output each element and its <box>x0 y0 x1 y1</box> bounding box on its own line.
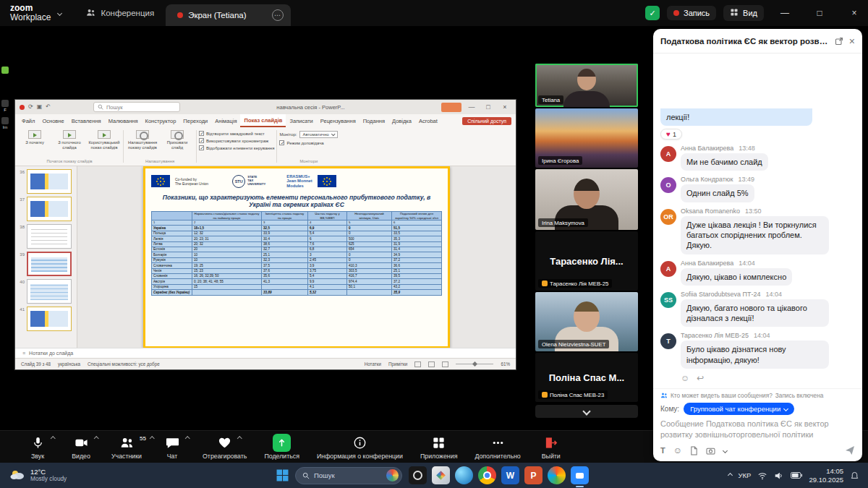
chevron-up-icon[interactable] <box>150 436 154 440</box>
comments-button[interactable]: Примітки <box>388 361 407 367</box>
ppt-maximize-button[interactable]: □ <box>482 103 495 111</box>
powerpoint-icon[interactable]: P <box>524 466 542 484</box>
maximize-button[interactable]: □ <box>806 0 833 26</box>
autosave-icon[interactable]: ⟳ <box>28 104 33 110</box>
add-reaction-icon[interactable]: ☺ <box>681 374 689 382</box>
ppt-minimize-button[interactable]: — <box>465 103 478 111</box>
ppt-ribbon-tab-5[interactable]: Конструктор <box>142 114 180 127</box>
ppt-close-button[interactable]: × <box>498 103 511 111</box>
ppt-option-checkbox-3[interactable]: Відображати елементи керування <box>199 145 274 150</box>
participant-tile[interactable]: Irina Maksymova <box>535 169 638 230</box>
collapse-videos-button[interactable] <box>535 405 638 418</box>
notes-button[interactable]: Нотатки <box>365 361 381 367</box>
photos-icon[interactable] <box>432 466 450 484</box>
slide-thumbnail[interactable] <box>27 307 72 331</box>
language-switcher[interactable]: УКР <box>739 471 752 479</box>
participant-tile[interactable]: Tetiana <box>535 64 638 107</box>
participant-tile[interactable]: Ірина Єгорова <box>535 108 638 168</box>
slideshow-setup-button-1[interactable]: Налаштування показу слайдів <box>126 129 159 150</box>
ppt-titlebar-accent-button[interactable] <box>441 103 461 112</box>
ppt-option-checkbox-1[interactable]: Відтворити закадровий текст <box>199 131 265 136</box>
close-button[interactable]: × <box>841 0 868 26</box>
slide-thumbnail[interactable] <box>27 169 72 194</box>
ppt-ribbon-tab-4[interactable]: Малювання <box>105 114 142 127</box>
toolbar-button-chat[interactable]: Чат <box>159 434 185 460</box>
emoji-icon[interactable]: ☺ <box>673 446 682 455</box>
language-indicator[interactable]: українська <box>58 361 80 367</box>
participant-tile[interactable]: Тарасенко Лія...Тарасенко Лія МЕВ-25 <box>535 231 638 291</box>
ppt-ribbon-tab-2[interactable]: Основне <box>38 114 67 127</box>
recording-indicator[interactable]: Запись <box>667 6 716 20</box>
view-button[interactable]: Вид <box>723 5 764 21</box>
desktop-icon[interactable]: Im <box>1 117 9 129</box>
ppt-ribbon-tab-6[interactable]: Переходи <box>179 114 211 127</box>
toolbar-button-apps[interactable]: Приложения <box>420 434 457 460</box>
hidden-icons-chevron[interactable] <box>728 473 733 478</box>
ppt-ribbon-tab-1[interactable]: Файл <box>18 114 38 127</box>
start-slideshow-button-3[interactable]: Користувацький показ слайдів <box>88 129 121 150</box>
send-icon[interactable] <box>845 445 855 455</box>
participant-tile[interactable]: Olena Nieizviestna-SUET <box>535 292 638 351</box>
normal-view-icon[interactable] <box>414 361 421 367</box>
slideshow-setup-button-2[interactable]: Приховати слайд <box>161 129 194 150</box>
ppt-ribbon-tab-12[interactable]: Довідка <box>388 114 415 127</box>
taskbar-search[interactable]: Пошук <box>295 467 402 484</box>
edge-icon[interactable] <box>455 466 473 484</box>
participant-tile[interactable]: Поліна Спас М...Поліна Спас МЕВ-23 <box>535 353 638 402</box>
toolbar-button-heart[interactable]: Отреагировать <box>203 434 247 460</box>
slide-thumbnail[interactable] <box>27 197 72 221</box>
taskbar-clock[interactable]: 14:05 29.10.2025 <box>809 467 843 484</box>
save-icon[interactable]: ▣ <box>37 104 43 110</box>
ppt-ribbon-tab-13[interactable]: Acrobat <box>415 114 441 127</box>
desktop-icon[interactable]: F <box>1 100 9 112</box>
slide-sorter-icon[interactable] <box>428 361 435 367</box>
toolbar-button-info[interactable]: Информация о конференции <box>317 434 403 460</box>
ppt-ribbon-tab-3[interactable]: Вставлення <box>68 114 105 127</box>
volume-icon[interactable] <box>774 471 784 481</box>
ppt-ribbon-tab-9[interactable]: Записати <box>286 114 316 127</box>
tab-more-icon[interactable]: ⋯ <box>272 9 284 21</box>
security-shield-icon[interactable]: ✓ <box>645 6 660 20</box>
ppt-notes-bar[interactable]: ≡ Нотатки до слайда <box>15 348 516 358</box>
word-icon[interactable]: W <box>501 466 519 484</box>
camera-app-icon[interactable] <box>409 466 427 484</box>
toolbar-button-camera[interactable]: Видео <box>68 434 94 460</box>
zoom-slider[interactable] <box>456 364 493 364</box>
screenshot-icon[interactable] <box>706 447 715 455</box>
toolbar-button-share[interactable]: Поделиться <box>264 434 299 460</box>
ppt-share-button[interactable]: Спільний доступ <box>462 117 511 125</box>
slide-thumbnail[interactable] <box>27 224 72 249</box>
start-slideshow-button-1[interactable]: З початку <box>18 129 51 145</box>
slide-thumbnail[interactable] <box>27 279 72 304</box>
start-button[interactable] <box>276 469 289 481</box>
chat-input[interactable]: Сообщение Податкова політика ЄС як векто… <box>660 419 855 442</box>
toolbar-button-leave[interactable]: Выйти <box>538 434 564 460</box>
toolbar-button-more[interactable]: Дополнительно <box>475 434 520 460</box>
popout-icon[interactable] <box>835 37 843 46</box>
notifications-icon[interactable] <box>850 471 859 480</box>
attach-file-icon[interactable] <box>690 446 698 455</box>
wifi-icon[interactable] <box>757 471 767 481</box>
minimize-button[interactable]: — <box>771 0 799 26</box>
toolbar-button-mic[interactable]: Звук <box>25 434 51 460</box>
chevron-up-icon[interactable] <box>237 436 242 440</box>
chevron-up-icon[interactable] <box>51 436 55 440</box>
tab-meeting[interactable]: Конференция <box>75 0 166 26</box>
ppt-option-checkbox-2[interactable]: Використовувати хронометраж <box>199 138 268 143</box>
workspace-chevron-icon[interactable] <box>57 10 62 15</box>
reply-icon[interactable]: ↩ <box>697 374 704 382</box>
browser-icon[interactable] <box>548 466 566 484</box>
start-slideshow-button-2[interactable]: З поточного слайда <box>53 129 86 150</box>
message-reaction[interactable]: ♥ 1 <box>660 129 682 140</box>
text-format-icon[interactable]: Т <box>660 447 665 455</box>
ppt-ribbon-tab-8[interactable]: Показ слайдів <box>240 114 286 127</box>
chrome-icon[interactable] <box>478 466 496 484</box>
ppt-ribbon-tab-10[interactable]: Рецензування <box>317 114 359 127</box>
desktop-icon[interactable] <box>1 67 9 74</box>
chevron-up-icon[interactable] <box>185 436 190 440</box>
ppt-ribbon-tab-7[interactable]: Анімація <box>211 114 240 127</box>
toolbar-button-people[interactable]: 55Участники <box>111 434 142 460</box>
more-tools-chevron-icon[interactable] <box>723 448 728 453</box>
undo-icon[interactable]: ↶ <box>46 104 51 110</box>
slideshow-view-icon[interactable] <box>442 361 448 367</box>
